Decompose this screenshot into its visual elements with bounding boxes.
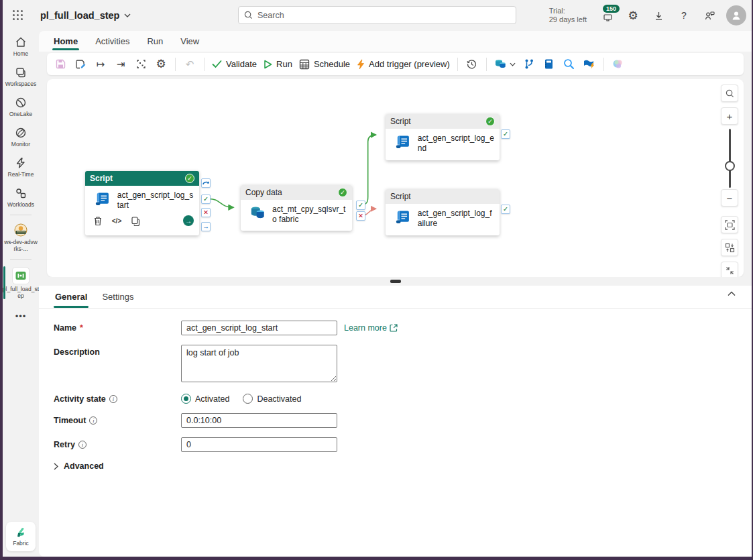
chevron-down-icon [124, 13, 131, 17]
copy-data-icon [494, 58, 507, 70]
port-on-completion[interactable]: → [201, 222, 211, 231]
advanced-expander[interactable]: Advanced [54, 461, 752, 471]
run-button[interactable]: Run [261, 56, 295, 73]
copy-assistant-button[interactable] [491, 56, 518, 73]
port-on-success[interactable]: ✓ [356, 201, 365, 210]
description-textarea[interactable]: log start of job [181, 345, 337, 382]
step-into-button[interactable]: ↦ [91, 56, 110, 73]
save-button[interactable] [51, 56, 70, 73]
step-out-button[interactable]: ⇥ [111, 56, 130, 73]
activity-node-script-failure[interactable]: Script act_gen_script_log_failure [386, 189, 500, 235]
activity-node-script-start[interactable]: Script ✓ act_gen_script_log_start </> → [85, 171, 199, 235]
download-button[interactable] [647, 4, 670, 27]
script-activity-icon [394, 209, 411, 226]
add-trigger-button[interactable]: Add trigger (preview) [354, 56, 453, 73]
retry-label: Retryi [54, 437, 181, 449]
sidebar-item-pipeline-current[interactable]: pl_full_load_step [3, 262, 38, 303]
multi-select-button[interactable] [131, 56, 150, 73]
pipeline-template-button[interactable] [580, 56, 599, 73]
onelake-icon [14, 96, 27, 109]
feedback-button[interactable] [698, 4, 721, 27]
toolbar-divider [486, 58, 487, 71]
radio-activated[interactable]: Activated [181, 394, 229, 404]
run-history-button[interactable] [463, 56, 481, 73]
zoom-slider[interactable] [721, 129, 738, 188]
toolbar-divider [603, 58, 604, 71]
code-view-button[interactable]: </> [111, 215, 123, 227]
sidebar-divider [10, 259, 32, 260]
zoom-out-button[interactable]: − [721, 189, 738, 207]
tab-home[interactable]: Home [52, 32, 79, 52]
port-on-fail[interactable]: ✕ [201, 208, 211, 217]
pipeline-settings-button[interactable]: ⚙ [152, 56, 170, 73]
port-on-success[interactable]: ✓ [501, 205, 510, 214]
retry-input[interactable] [181, 437, 337, 452]
name-input[interactable] [181, 321, 337, 335]
port-on-success[interactable]: ✓ [201, 194, 211, 204]
sidebar-item-monitor[interactable]: Monitor [3, 121, 38, 152]
panel-resize-handle[interactable] [390, 280, 401, 283]
sidebar-item-home[interactable]: Home [3, 31, 38, 61]
workloads-icon [14, 186, 27, 200]
port-on-skip[interactable] [201, 178, 211, 188]
status-succeeded-icon: ✓ [485, 117, 495, 126]
learn-more-link[interactable]: Learn more [344, 321, 398, 333]
sidebar-item-realtime[interactable]: Real-Time [3, 152, 38, 182]
home-icon [14, 36, 27, 49]
notifications-button[interactable]: 150 [596, 4, 619, 27]
tab-view[interactable]: View [179, 32, 200, 52]
canvas-search-button[interactable] [721, 85, 738, 102]
sidebar-item-onelake[interactable]: OneLake [3, 91, 38, 121]
toolbar-divider [457, 58, 458, 71]
validate-button[interactable]: Validate [209, 56, 259, 73]
activity-node-script-end[interactable]: Script ✓ act_gen_script_log_end [386, 114, 500, 160]
zoom-in-button[interactable]: + [721, 107, 738, 125]
app-launcher-icon[interactable] [7, 4, 30, 27]
activity-node-copy-data[interactable]: Copy data ✓ act_mt_cpy_sqlsvr_to fabric [241, 185, 352, 231]
schedule-button[interactable]: Schedule [296, 56, 353, 73]
pipeline-title: pl_full_load_step [40, 10, 119, 21]
tab-run[interactable]: Run [146, 32, 164, 52]
delete-activity-button[interactable] [92, 215, 104, 227]
fabric-home-button[interactable]: Fabric [6, 522, 36, 551]
port-on-fail[interactable]: ✕ [356, 211, 365, 221]
search-icon [726, 89, 734, 98]
help-icon: ? [681, 10, 687, 21]
bar-arrow-right-icon: ↦ [97, 58, 105, 70]
copilot-button[interactable] [609, 56, 628, 73]
radio-deactivated[interactable]: Deactivated [243, 394, 301, 404]
sidebar-more-button[interactable]: ••• [15, 303, 27, 329]
branch-button[interactable] [520, 56, 538, 73]
help-button[interactable]: ? [673, 4, 695, 27]
tab-general[interactable]: General [54, 288, 89, 308]
preview-data-button[interactable] [560, 56, 579, 73]
search-box[interactable] [238, 6, 516, 24]
tab-settings[interactable]: Settings [101, 288, 135, 308]
sidebar-item-workspaces[interactable]: Workspaces [3, 61, 38, 91]
tab-activities[interactable]: Activities [94, 32, 131, 52]
app-window: pl_full_load_step Trial: 29 days left 15… [0, 0, 753, 560]
copilot-icon [612, 58, 624, 70]
minus-icon: − [727, 192, 733, 204]
app-chrome: pl_full_load_step Trial: 29 days left 15… [3, 0, 752, 557]
sidebar-item-workspace-current[interactable]: ws-dev-advwrks-... [3, 218, 38, 256]
collapse-panel-button[interactable] [728, 291, 736, 296]
auto-align-button[interactable] [721, 239, 738, 256]
run-activity-button[interactable]: → [183, 215, 194, 226]
fit-to-screen-button[interactable] [721, 216, 738, 233]
pipeline-canvas[interactable]: Script ✓ act_gen_script_log_start </> → [47, 79, 744, 277]
settings-button[interactable]: ⚙ [622, 4, 644, 27]
zoom-slider-thumb[interactable] [725, 161, 735, 171]
clone-activity-button[interactable] [129, 215, 141, 227]
port-on-success[interactable]: ✓ [501, 129, 510, 139]
document-title[interactable]: pl_full_load_step [40, 10, 131, 21]
sidebar-item-workloads[interactable]: Workloads [3, 182, 38, 212]
user-avatar[interactable] [726, 5, 746, 25]
search-icon [244, 11, 253, 19]
timeout-input[interactable] [181, 413, 337, 428]
search-input[interactable] [257, 11, 510, 20]
status-succeeded-icon: ✓ [185, 174, 194, 183]
save-as-button[interactable] [71, 56, 90, 73]
undo-button[interactable]: ↶ [180, 56, 199, 73]
notebook-button[interactable] [540, 56, 559, 73]
